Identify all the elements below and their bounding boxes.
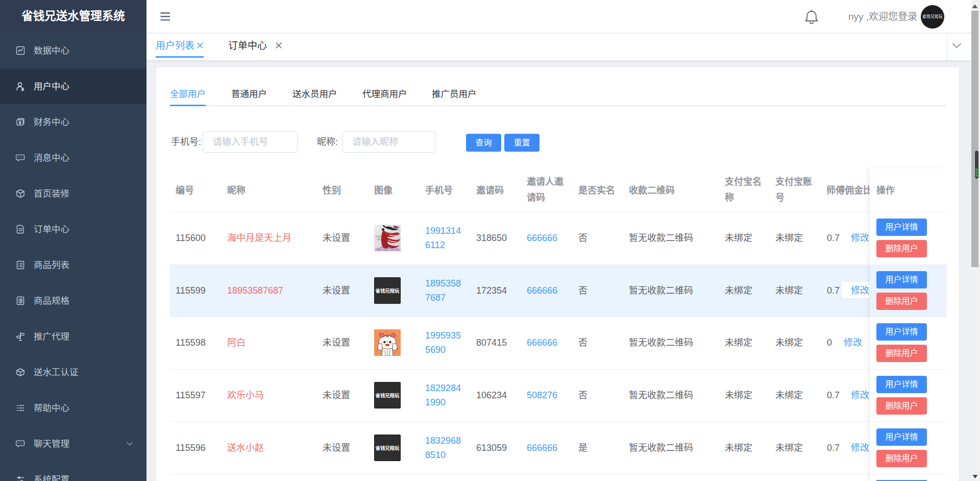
svg-text:省钱兄陪玩: 省钱兄陪玩	[375, 444, 400, 451]
svg-text:省钱兄陪玩: 省钱兄陪玩	[375, 286, 400, 294]
svg-text:省钱兄陪玩: 省钱兄陪玩	[375, 391, 400, 398]
